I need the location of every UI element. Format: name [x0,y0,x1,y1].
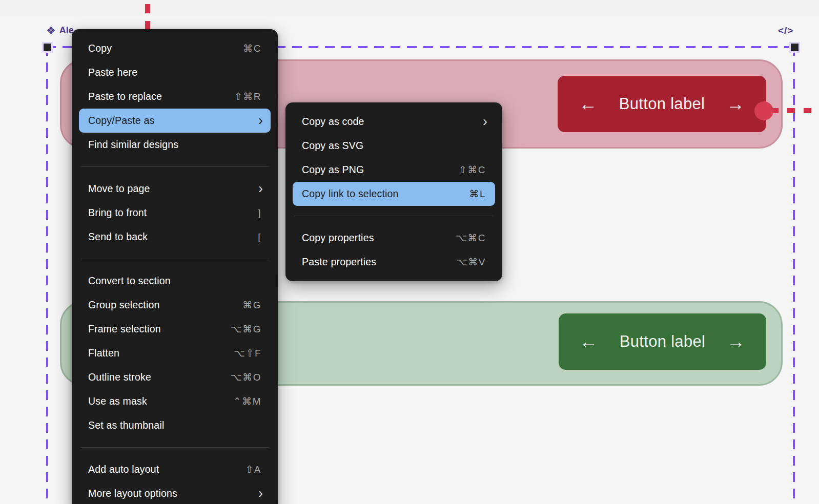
menu-item-shortcut: ⇧⌘R [234,91,261,102]
menu-item-label: Copy link to selection [302,188,469,200]
success-button[interactable]: ← Button label → [559,313,766,370]
submenu-item-copy-as-png[interactable]: Copy as PNG ⇧⌘C [293,158,495,182]
arrow-left-icon: ← [579,95,598,113]
menu-item-label: Outline stroke [88,371,231,383]
submenu-item-paste-properties[interactable]: Paste properties ⌥⌘V [293,250,495,274]
arrow-left-icon: ← [580,332,598,351]
menu-item-bring-to-front[interactable]: Bring to front ] [79,201,271,225]
error-button-label: Button label [619,95,705,113]
menu-item-label: Set as thumbnail [88,419,261,431]
context-menu: Copy ⌘C Paste here Paste to replace ⇧⌘R … [72,29,278,504]
canvas-top-band [0,0,819,16]
chevron-right-icon: › [483,116,487,128]
menu-item-label: Find similar designs [88,139,261,151]
menu-separator [80,447,269,448]
component-label[interactable]: ❖ Ale [46,25,74,36]
menu-item-outline-stroke[interactable]: Outline stroke ⌥⌘O [79,365,271,389]
submenu-item-copy-as-code[interactable]: Copy as code › [293,110,495,134]
menu-item-shortcut: ⌥⌘V [456,256,486,268]
menu-item-set-as-thumbnail[interactable]: Set as thumbnail [79,413,271,437]
menu-item-copy-paste-as[interactable]: Copy/Paste as › [79,109,271,133]
menu-item-shortcut: ⇧A [245,464,261,475]
red-annotation-dot[interactable] [754,101,773,120]
chevron-right-icon: › [258,183,263,195]
arrow-right-icon: → [726,95,745,113]
menu-item-label: Copy as SVG [302,140,486,152]
menu-separator [80,166,269,167]
menu-item-paste-to-replace[interactable]: Paste to replace ⇧⌘R [79,85,271,109]
menu-item-label: Frame selection [88,323,231,335]
selection-handle-top-left[interactable] [44,44,51,51]
menu-item-paste-here[interactable]: Paste here [79,60,271,85]
menu-item-label: Use as mask [88,395,233,407]
menu-item-label: Copy/Paste as [88,115,258,127]
menu-item-label: Group selection [88,299,242,311]
menu-item-label: Move to page [88,183,258,195]
error-button[interactable]: ← Button label → [558,76,766,132]
menu-item-shortcut: ⌘G [242,299,261,311]
submenu-item-copy-as-svg[interactable]: Copy as SVG [293,134,495,158]
chevron-right-icon: › [258,488,263,499]
menu-item-label: Paste to replace [88,91,234,102]
menu-item-shortcut: ⌥⌘C [456,232,486,244]
menu-item-label: More layout options [88,488,258,499]
menu-item-label: Bring to front [88,207,258,219]
selection-border-left [46,46,48,504]
menu-item-add-auto-layout[interactable]: Add auto layout ⇧A [79,457,271,481]
menu-separator [294,216,494,216]
menu-item-more-layout-options[interactable]: More layout options › [79,481,271,504]
menu-separator [80,259,269,259]
menu-item-send-to-back[interactable]: Send to back [ [79,225,271,249]
copy-paste-as-submenu: Copy as code › Copy as SVG Copy as PNG ⇧… [285,102,502,281]
menu-item-convert-to-section[interactable]: Convert to section [79,269,271,293]
submenu-item-copy-properties[interactable]: Copy properties ⌥⌘C [293,226,495,250]
selection-border-right [793,46,795,504]
menu-item-label: Copy as PNG [302,164,459,176]
menu-item-shortcut: ⌥⇧F [234,347,261,359]
menu-item-copy[interactable]: Copy ⌘C [79,36,271,60]
menu-item-shortcut: ⌥⌘G [231,323,261,335]
selection-handle-top-right[interactable] [791,44,798,51]
menu-item-shortcut: [ [258,232,261,243]
component-icon: ❖ [46,25,56,36]
menu-item-move-to-page[interactable]: Move to page › [79,177,271,201]
menu-item-group-selection[interactable]: Group selection ⌘G [79,293,271,317]
menu-item-frame-selection[interactable]: Frame selection ⌥⌘G [79,317,271,341]
menu-item-label: Paste properties [302,256,456,268]
menu-item-shortcut: ⌃⌘M [233,395,261,407]
menu-item-label: Copy as code [302,116,483,128]
menu-item-shortcut: ⌘L [469,188,486,200]
arrow-right-icon: → [727,332,745,351]
chevron-right-icon: › [258,115,263,127]
submenu-item-copy-link-to-selection[interactable]: Copy link to selection ⌘L [293,182,495,206]
menu-item-label: Send to back [88,231,258,243]
menu-item-shortcut: ] [258,207,261,219]
menu-item-label: Copy [88,43,243,54]
menu-item-shortcut: ⇧⌘C [459,164,486,176]
menu-item-label: Flatten [88,347,234,359]
menu-item-shortcut: ⌘C [243,43,261,54]
menu-item-label: Convert to section [88,275,261,287]
menu-item-find-similar-designs[interactable]: Find similar designs [79,133,271,157]
menu-item-label: Paste here [88,67,261,78]
menu-item-flatten[interactable]: Flatten ⌥⇧F [79,341,271,365]
red-dashed-line-horizontal [771,108,819,113]
menu-item-use-as-mask[interactable]: Use as mask ⌃⌘M [79,389,271,413]
red-dashed-line-vertical [145,4,150,30]
menu-item-label: Copy properties [302,232,456,244]
menu-item-shortcut: ⌥⌘O [231,371,261,383]
code-icon[interactable]: </> [778,25,793,36]
menu-item-label: Add auto layout [88,464,245,475]
success-button-label: Button label [620,332,705,351]
